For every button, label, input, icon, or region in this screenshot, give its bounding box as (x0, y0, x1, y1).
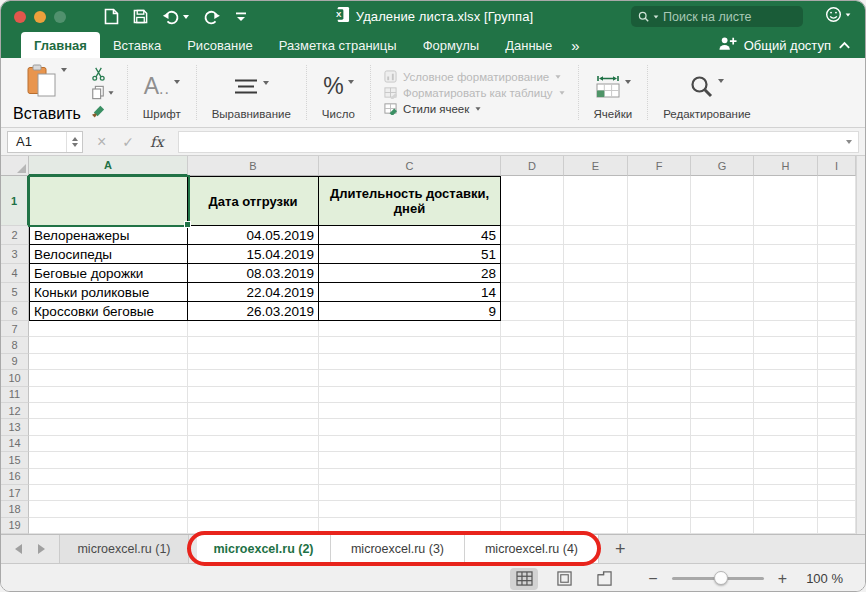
cell-A15[interactable] (29, 452, 188, 468)
cell-C11[interactable] (319, 387, 501, 403)
cell-B5[interactable]: 22.04.2019 (188, 283, 319, 302)
close-window-button[interactable] (14, 11, 26, 23)
cell-F19[interactable] (628, 518, 691, 534)
cell-E19[interactable] (564, 518, 628, 534)
cell-I16[interactable] (818, 469, 856, 485)
cell-I17[interactable] (818, 485, 856, 501)
ribbon-tab-4[interactable]: Формулы (410, 32, 493, 58)
cell-F5[interactable] (628, 283, 691, 302)
cell-I1[interactable] (818, 176, 856, 226)
cell-A12[interactable] (29, 403, 188, 419)
cell-H12[interactable] (754, 403, 818, 419)
cell-A16[interactable] (29, 469, 188, 485)
name-box[interactable]: A1 (7, 131, 83, 153)
cell-H1[interactable] (754, 176, 818, 226)
cell-D4[interactable] (501, 264, 564, 283)
conditional-formatting-button[interactable]: Условное форматирование (384, 70, 565, 83)
cell-G10[interactable] (691, 370, 754, 386)
collapse-ribbon-icon[interactable] (838, 38, 851, 53)
cell-C18[interactable] (319, 501, 501, 517)
ribbon-tab-1[interactable]: Вставка (100, 32, 174, 58)
cell-I2[interactable] (818, 226, 856, 245)
ribbon-tab-overflow[interactable]: » (565, 32, 585, 58)
cell-E3[interactable] (564, 245, 628, 264)
row-header-15[interactable]: 15 (1, 452, 29, 468)
cell-I4[interactable] (818, 264, 856, 283)
cell-H18[interactable] (754, 501, 818, 517)
cell-A9[interactable] (29, 354, 188, 370)
cell-E2[interactable] (564, 226, 628, 245)
cell-F18[interactable] (628, 501, 691, 517)
cell-D17[interactable] (501, 485, 564, 501)
cell-B2[interactable]: 04.05.2019 (188, 226, 319, 245)
column-header-G[interactable]: G (691, 156, 754, 176)
row-header-3[interactable]: 3 (1, 245, 29, 264)
search-input[interactable]: Поиск на листе (631, 6, 803, 27)
cell-E11[interactable] (564, 387, 628, 403)
cell-B7[interactable] (188, 321, 319, 337)
row-header-9[interactable]: 9 (1, 354, 29, 370)
cell-B8[interactable] (188, 337, 319, 353)
cell-B17[interactable] (188, 485, 319, 501)
page-layout-view-button[interactable] (550, 568, 578, 590)
redo-icon[interactable] (203, 9, 221, 25)
cell-B15[interactable] (188, 452, 319, 468)
row-header-13[interactable]: 13 (1, 419, 29, 435)
cell-H14[interactable] (754, 436, 818, 452)
cell-G17[interactable] (691, 485, 754, 501)
cell-G2[interactable] (691, 226, 754, 245)
cell-F11[interactable] (628, 387, 691, 403)
cell-D9[interactable] (501, 354, 564, 370)
formula-bar-expand-icon[interactable] (846, 140, 852, 144)
cell-F1[interactable] (628, 176, 691, 226)
cell-H5[interactable] (754, 283, 818, 302)
column-header-C[interactable]: C (319, 156, 501, 176)
cell-G14[interactable] (691, 436, 754, 452)
cell-E12[interactable] (564, 403, 628, 419)
row-header-2[interactable]: 2 (1, 226, 29, 245)
cell-C13[interactable] (319, 419, 501, 435)
cell-H9[interactable] (754, 354, 818, 370)
cell-F16[interactable] (628, 469, 691, 485)
cell-C5[interactable]: 14 (319, 283, 501, 302)
editing-button[interactable] (689, 65, 724, 108)
cell-I10[interactable] (818, 370, 856, 386)
cut-button[interactable] (91, 66, 114, 82)
formula-input[interactable] (178, 131, 859, 153)
ribbon-tab-0[interactable]: Главная (21, 32, 100, 58)
row-header-6[interactable]: 6 (1, 302, 29, 321)
cell-I8[interactable] (818, 337, 856, 353)
cell-A19[interactable] (29, 518, 188, 534)
cell-H19[interactable] (754, 518, 818, 534)
cell-I13[interactable] (818, 419, 856, 435)
cell-F14[interactable] (628, 436, 691, 452)
cell-A5[interactable]: Коньки роликовые (29, 283, 188, 302)
cell-B4[interactable]: 08.03.2019 (188, 264, 319, 283)
cell-A4[interactable]: Беговые дорожки (29, 264, 188, 283)
cell-H17[interactable] (754, 485, 818, 501)
cell-D19[interactable] (501, 518, 564, 534)
cell-F3[interactable] (628, 245, 691, 264)
cell-C16[interactable] (319, 469, 501, 485)
cell-H11[interactable] (754, 387, 818, 403)
undo-icon[interactable] (162, 9, 189, 25)
ribbon-tab-2[interactable]: Рисование (174, 32, 265, 58)
cell-C6[interactable]: 9 (319, 302, 501, 321)
cell-C17[interactable] (319, 485, 501, 501)
cell-I18[interactable] (818, 501, 856, 517)
cell-F9[interactable] (628, 354, 691, 370)
sheet-tab-0[interactable]: microexcel.ru (1) (59, 535, 189, 563)
cell-E14[interactable] (564, 436, 628, 452)
cell-F17[interactable] (628, 485, 691, 501)
cell-I12[interactable] (818, 403, 856, 419)
cell-F7[interactable] (628, 321, 691, 337)
cell-D14[interactable] (501, 436, 564, 452)
row-header-18[interactable]: 18 (1, 501, 29, 517)
zoom-out-button[interactable]: − (648, 571, 657, 587)
cell-C10[interactable] (319, 370, 501, 386)
ribbon-tab-3[interactable]: Разметка страницы (266, 32, 410, 58)
new-workbook-icon[interactable] (104, 8, 119, 25)
row-header-8[interactable]: 8 (1, 337, 29, 353)
sheet-nav-right-icon[interactable] (38, 544, 45, 554)
column-header-A[interactable]: A (29, 156, 188, 176)
